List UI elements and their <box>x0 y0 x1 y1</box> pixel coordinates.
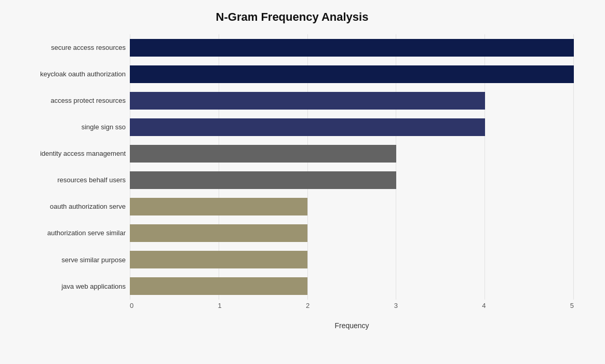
bar-row <box>130 143 574 165</box>
x-tick: 3 <box>394 302 398 309</box>
bar <box>130 39 574 57</box>
bar <box>130 65 574 83</box>
x-axis-label: Frequency <box>130 321 574 330</box>
bars-area <box>130 34 574 300</box>
x-axis: 012345 Frequency <box>130 300 574 315</box>
bar-row <box>130 249 574 271</box>
y-label: keycloak oauth authorization <box>10 70 126 78</box>
bar <box>130 171 396 189</box>
bar <box>130 92 485 110</box>
y-label: serve similar purpose <box>10 256 126 264</box>
y-label: authorization serve similar <box>10 229 126 237</box>
chart-container: N-Gram Frequency Analysis secure access … <box>0 0 605 364</box>
bar <box>130 198 307 215</box>
bar-row <box>130 169 574 191</box>
bar-row <box>130 37 574 59</box>
bar <box>130 145 396 163</box>
x-tick: 4 <box>482 302 486 309</box>
y-label: single sign sso <box>10 123 126 131</box>
x-tick: 0 <box>130 302 133 309</box>
y-label: secure access resources <box>10 44 126 52</box>
bar <box>130 224 307 242</box>
y-label: java web applications <box>10 282 126 291</box>
bar-row <box>130 222 574 244</box>
y-axis-labels: secure access resourceskeycloak oauth au… <box>10 34 130 315</box>
y-label: oauth authorization serve <box>10 203 126 211</box>
y-label: identity access management <box>10 150 126 158</box>
bar <box>130 277 307 295</box>
chart-title: N-Gram Frequency Analysis <box>10 10 574 24</box>
x-ticks: 012345 <box>130 302 574 309</box>
bar-row <box>130 275 574 297</box>
bar <box>130 118 485 136</box>
x-tick: 2 <box>306 302 310 309</box>
bar-row <box>130 63 574 85</box>
bar <box>130 251 307 268</box>
bars-and-x: 012345 Frequency <box>130 34 574 315</box>
bar-row <box>130 90 574 112</box>
y-label: resources behalf users <box>10 176 126 184</box>
bar-row <box>130 196 574 218</box>
bar-row <box>130 116 574 138</box>
y-label: access protect resources <box>10 97 126 105</box>
x-tick: 1 <box>218 302 222 309</box>
x-tick: 5 <box>570 302 574 309</box>
chart-area: secure access resourceskeycloak oauth au… <box>10 34 574 315</box>
